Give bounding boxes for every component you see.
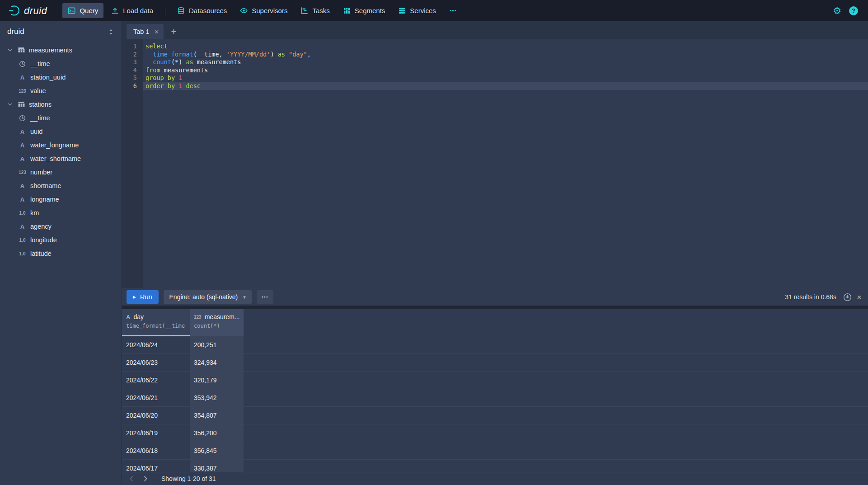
sort-icon[interactable] [108,28,114,35]
chevron-down-icon [7,47,13,53]
tree-column-water_longname[interactable]: Awater_longname [0,138,122,152]
sql-editor[interactable]: 123456 select time_format(__time, 'YYYY/… [122,39,868,288]
nav-item-label: Query [80,7,98,14]
editor-code[interactable]: select time_format(__time, 'YYYY/MM/dd')… [143,39,868,288]
run-button[interactable]: ▶ Run [127,290,159,304]
nav-item-datasources[interactable]: Datasources [172,3,232,18]
prev-page-icon[interactable] [128,475,135,482]
column-header-day[interactable]: A day time_format(__time, … [122,309,190,336]
tree-item-label: agency [30,223,52,230]
table-row: 2024/06/18356,845 [122,442,868,460]
cell-day[interactable]: 2024/06/18 [122,442,190,459]
nav-more-button[interactable] [444,3,462,18]
cell-measurements[interactable]: 200,251 [190,336,244,353]
cell-measurements[interactable]: 356,200 [190,424,244,442]
tree-item-label: value [30,87,46,94]
code-line[interactable]: group by 1 [143,74,868,82]
tree-table-stations[interactable]: stations [0,98,122,111]
table-row: 2024/06/20354,807 [122,407,868,424]
engine-select[interactable]: Engine: auto (sql-native) ▾ [164,290,252,304]
results-info: 31 results in 0.68s [785,293,836,301]
tree-column-__time[interactable]: __time [0,57,122,71]
tab-close-icon[interactable]: × [154,28,159,36]
load-data-icon [111,7,119,14]
tree-column-uuid[interactable]: Auuid [0,125,122,138]
cell-day[interactable]: 2024/06/20 [122,407,190,424]
download-icon[interactable] [843,293,852,301]
tree-column-shortname[interactable]: Ashortname [0,179,122,193]
pagination-bar: Showing 1-20 of 31 [122,472,868,485]
results-rows: 2024/06/24200,2512024/06/23324,9342024/0… [122,336,868,472]
code-line[interactable]: select [143,42,868,51]
tree-column-value[interactable]: 123value [0,84,122,98]
topbar-nav: QueryLoad dataDatasourcesSupervisorsTask… [62,3,462,18]
string-type-icon: A [19,74,26,81]
query-more-button[interactable] [257,290,273,304]
druid-logo[interactable]: druid [8,5,47,17]
cell-day[interactable]: 2024/06/23 [122,354,190,371]
nav-item-segments[interactable]: Segments [338,3,391,18]
tree-item-label: measurements [29,47,72,54]
close-results-icon[interactable]: × [857,293,862,301]
nav-item-load-data[interactable]: Load data [106,3,159,18]
string-type-icon: A [19,223,26,230]
tree-item-label: station_uuid [30,74,66,81]
line-number: 3 [122,58,137,66]
cell-measurements[interactable]: 320,179 [190,372,244,389]
string-type-icon: A [19,183,26,189]
play-icon: ▶ [133,295,136,299]
code-line[interactable]: order by 1 desc [143,82,868,90]
table-row: 2024/06/19356,200 [122,424,868,442]
nav-divider [165,6,165,16]
table-row: 2024/06/21353,942 [122,389,868,407]
cell-day[interactable]: 2024/06/24 [122,336,190,353]
tree-column-number[interactable]: 123number [0,165,122,179]
help-icon[interactable]: ? [849,6,858,15]
panel-divider[interactable] [122,306,868,309]
tree-column-km[interactable]: 1.0km [0,206,122,220]
tree-column-latitude[interactable]: 1.0latitude [0,247,122,260]
column-header-measurements[interactable]: 123 measurem... count(*) [190,309,244,336]
tree-column-water_shortname[interactable]: Awater_shortname [0,152,122,165]
tree-column-station_uuid[interactable]: Astation_uuid [0,71,122,84]
add-tab-button[interactable]: + [166,24,181,39]
cell-measurements[interactable]: 353,942 [190,389,244,406]
code-line[interactable]: from measurements [143,66,868,75]
cell-day[interactable]: 2024/06/17 [122,460,190,472]
tree-column-__time[interactable]: __time [0,111,122,125]
tree-item-label: __time [30,60,50,67]
row-filler [244,372,868,389]
tree-item-label: number [30,169,52,176]
druid-logo-icon [8,5,20,17]
cell-day[interactable]: 2024/06/19 [122,424,190,442]
schema-tree: measurements__timeAstation_uuid123values… [0,42,122,485]
tree-column-longitude[interactable]: 1.0longitude [0,233,122,247]
nav-item-supervisors[interactable]: Supervisors [235,3,293,18]
header-filler [244,309,868,336]
schema-title: druid [7,27,24,36]
topbar-right: ⚙ ? [833,6,862,15]
cell-measurements[interactable]: 324,934 [190,354,244,371]
tree-column-agency[interactable]: Aagency [0,220,122,233]
line-number: 5 [122,74,137,82]
nav-item-label: Services [410,7,436,14]
tree-table-measurements[interactable]: measurements [0,43,122,57]
nav-item-services[interactable]: Services [393,3,441,18]
next-page-icon[interactable] [142,475,149,482]
row-filler [244,442,868,459]
nav-item-query[interactable]: Query [62,3,103,18]
gear-icon[interactable]: ⚙ [833,6,841,15]
code-line[interactable]: time_format(__time, 'YYYY/MM/dd') as "da… [143,51,868,59]
cell-measurements[interactable]: 330,387 [190,460,244,472]
results-header: A day time_format(__time, … 123 measurem… [122,309,868,336]
cell-day[interactable]: 2024/06/22 [122,372,190,389]
tree-item-label: __time [30,114,50,122]
tab-tab1[interactable]: Tab 1 × [127,24,164,39]
nav-item-tasks[interactable]: Tasks [295,3,335,18]
code-line[interactable]: count(*) as measurements [143,58,868,66]
cell-day[interactable]: 2024/06/21 [122,389,190,406]
tree-column-longname[interactable]: Alongname [0,193,122,206]
cell-measurements[interactable]: 354,807 [190,407,244,424]
topbar: druid QueryLoad dataDatasourcesSuperviso… [0,0,868,21]
cell-measurements[interactable]: 356,845 [190,442,244,459]
